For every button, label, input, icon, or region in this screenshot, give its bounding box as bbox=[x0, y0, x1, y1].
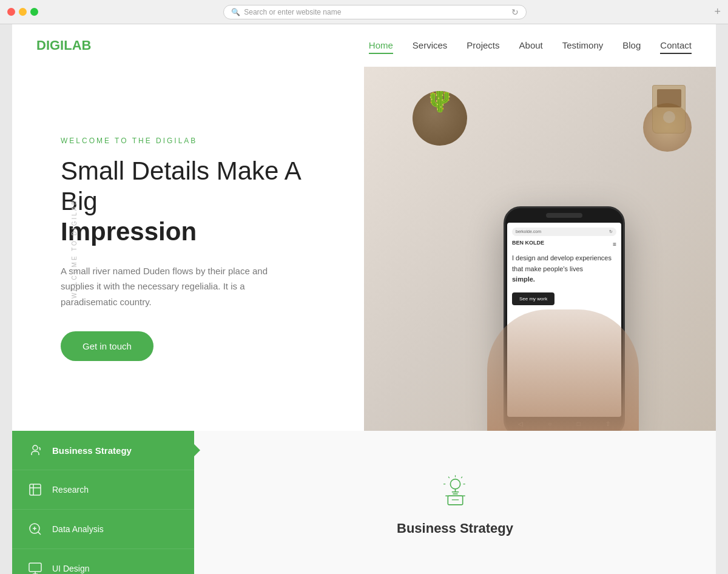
phone-url: berkolde.com bbox=[516, 229, 541, 234]
phone-notch bbox=[546, 213, 582, 218]
svg-rect-4 bbox=[448, 496, 462, 505]
business-strategy-icon bbox=[27, 442, 44, 459]
side-text: WELCOME TO DIGILAB bbox=[71, 199, 78, 299]
service-item-research[interactable]: Research bbox=[12, 470, 194, 510]
nav-item-about[interactable]: About bbox=[519, 40, 543, 51]
phone-menu-icon: ≡ bbox=[613, 241, 616, 248]
service-label-ui-design: UI Design bbox=[52, 564, 89, 573]
services-sidebar: Business Strategy Research Data Analysis… bbox=[12, 431, 194, 574]
hero-title-line2: Impression bbox=[61, 217, 328, 247]
nav-link-projects: Projects bbox=[467, 40, 499, 50]
hero-right: 🌵 berkolde.com ↻ bbox=[364, 67, 716, 431]
close-button[interactable] bbox=[7, 8, 15, 16]
nav-links: Home Services Projects About Testimony B… bbox=[369, 40, 692, 51]
service-content: Business Strategy bbox=[194, 431, 716, 574]
search-icon: 🔍 bbox=[231, 8, 240, 16]
nav-item-blog[interactable]: Blog bbox=[622, 40, 641, 51]
glass-decoration bbox=[652, 85, 686, 133]
minimize-button[interactable] bbox=[19, 8, 27, 16]
hero-description: A small river named Duden flows by their… bbox=[61, 263, 291, 310]
nav-link-services: Services bbox=[413, 40, 448, 50]
nav-item-contact[interactable]: Contact bbox=[660, 40, 692, 51]
new-tab-button[interactable]: + bbox=[714, 5, 721, 18]
nav-item-home[interactable]: Home bbox=[369, 40, 393, 51]
welcome-label: WELCOME TO THE DIGILAB bbox=[61, 137, 328, 145]
address-text: Search or enter website name bbox=[244, 8, 341, 16]
svg-point-0 bbox=[33, 445, 38, 450]
nav-link-blog: Blog bbox=[622, 40, 641, 50]
refresh-button[interactable]: ↻ bbox=[511, 7, 519, 17]
research-icon bbox=[27, 481, 44, 498]
logo-part2: LAB bbox=[64, 38, 91, 53]
data-analysis-icon bbox=[27, 521, 44, 538]
nav-link-home: Home bbox=[369, 40, 393, 54]
hero-title-line1: Small Details Make A Big bbox=[61, 157, 300, 215]
plant-decoration: 🌵 bbox=[413, 91, 467, 146]
service-active-title: Business Strategy bbox=[397, 521, 513, 536]
address-bar[interactable]: 🔍 Search or enter website name ↻ bbox=[223, 5, 527, 19]
site-wrapper: DIGILAB Home Services Projects About Tes… bbox=[12, 24, 716, 574]
phone-url-bar: berkolde.com ↻ bbox=[512, 228, 616, 236]
hero-left: WELCOME TO DIGILAB WELCOME TO THE DIGILA… bbox=[12, 67, 364, 431]
hand-decoration bbox=[487, 309, 639, 431]
browser-chrome: 🔍 Search or enter website name ↻ + bbox=[0, 0, 728, 24]
svg-rect-2 bbox=[29, 563, 41, 572]
nav-item-testimony[interactable]: Testimony bbox=[562, 40, 604, 51]
nav-link-about: About bbox=[519, 40, 543, 50]
phone-content: I design and develop experiences that ma… bbox=[512, 253, 616, 285]
phone-refresh-icon: ↻ bbox=[609, 229, 613, 234]
phone-site-name: BEN KOLDE bbox=[512, 240, 544, 246]
get-in-touch-button[interactable]: Get in touch bbox=[61, 331, 153, 361]
phone-cta-button[interactable]: See my work bbox=[512, 292, 554, 305]
services-section: Business Strategy Research Data Analysis… bbox=[12, 431, 716, 574]
maximize-button[interactable] bbox=[30, 8, 38, 16]
phone-content-bold: simple. bbox=[512, 275, 535, 283]
logo-part1: DIGI bbox=[36, 38, 64, 53]
service-label-research: Research bbox=[52, 485, 89, 495]
traffic-lights bbox=[7, 8, 38, 16]
site-logo[interactable]: DIGILAB bbox=[36, 38, 91, 53]
plant-leaves: 🌵 bbox=[425, 91, 455, 113]
ui-design-icon bbox=[27, 560, 44, 574]
service-label-data-analysis: Data Analysis bbox=[52, 524, 104, 534]
navbar: DIGILAB Home Services Projects About Tes… bbox=[12, 24, 716, 67]
hero-section: WELCOME TO DIGILAB WELCOME TO THE DIGILA… bbox=[12, 67, 716, 431]
svg-point-3 bbox=[450, 479, 460, 488]
service-item-business-strategy[interactable]: Business Strategy bbox=[12, 431, 194, 470]
service-item-data-analysis[interactable]: Data Analysis bbox=[12, 510, 194, 549]
nav-item-projects[interactable]: Projects bbox=[467, 40, 499, 51]
service-label-business-strategy: Business Strategy bbox=[52, 445, 132, 456]
nav-item-services[interactable]: Services bbox=[413, 40, 448, 51]
hero-title: Small Details Make A Big Impression bbox=[61, 156, 328, 248]
service-item-ui-design[interactable]: UI Design bbox=[12, 549, 194, 574]
nav-link-testimony: Testimony bbox=[562, 40, 604, 50]
hero-image: 🌵 berkolde.com ↻ bbox=[364, 67, 716, 431]
nav-link-contact: Contact bbox=[660, 40, 692, 54]
service-main-icon bbox=[434, 468, 476, 511]
